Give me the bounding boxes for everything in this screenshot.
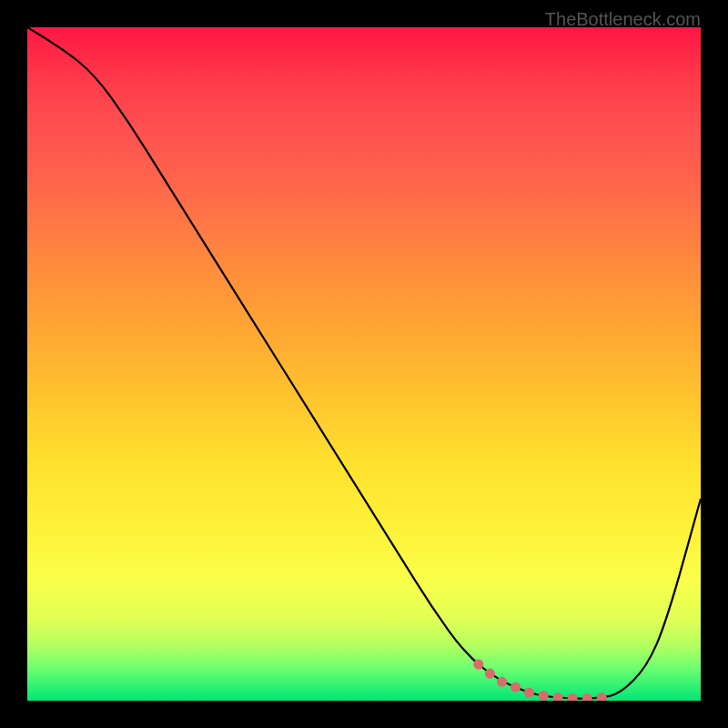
bottleneck-curve (27, 27, 701, 699)
watermark-text: TheBottleneck.com (545, 9, 701, 30)
chart-svg (27, 27, 701, 701)
highlight-region (479, 664, 613, 699)
chart-container: TheBottleneck.com (0, 0, 728, 728)
